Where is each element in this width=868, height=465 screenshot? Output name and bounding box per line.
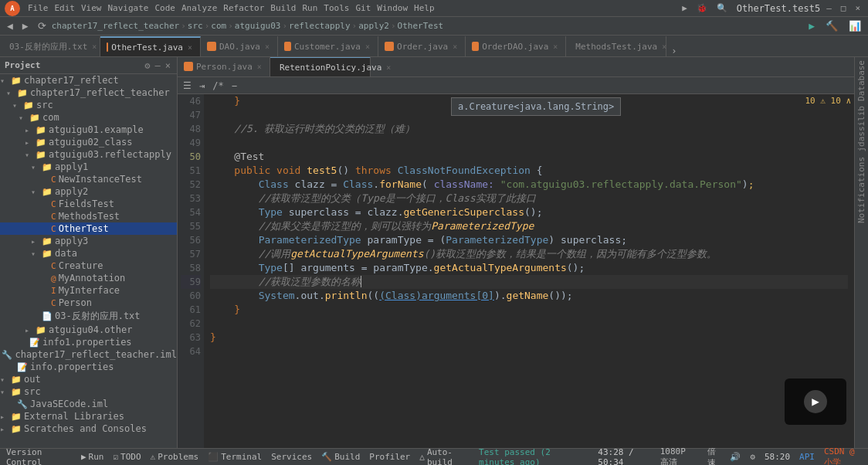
menu-edit[interactable]: Edit (52, 3, 79, 13)
tab-orderdao-close[interactable]: × (551, 42, 559, 51)
tab-othertest-close[interactable]: × (186, 43, 194, 52)
breadcrumb-othertest[interactable]: OtherTest (398, 21, 444, 31)
tab-customer[interactable]: Customer.java × (278, 36, 378, 56)
folder-toggle[interactable]: ▾ (0, 76, 11, 85)
build-button[interactable]: 🔨 (822, 19, 842, 33)
tab-dao-close[interactable]: × (263, 42, 271, 51)
menu-window[interactable]: Window (374, 3, 411, 13)
sidebar-item-chapter17-teacher[interactable]: ▾ 📁 chapter17_reflect_teacher (0, 87, 177, 99)
debug-button[interactable]: 🐞 (693, 3, 710, 13)
code-line-59[interactable]: //获取泛型参数的名称 (210, 275, 848, 289)
folder-toggle[interactable]: ▸ (25, 126, 36, 134)
todo-button[interactable]: ☑ TODO (113, 452, 141, 462)
version-control-button[interactable]: Version Control (6, 447, 72, 466)
tab-order-close[interactable]: × (451, 42, 459, 51)
sidebar-item-atguigu04[interactable]: ▸ 📁 atguigu04.other (0, 324, 177, 336)
folder-toggle[interactable]: ▸ (25, 138, 36, 147)
sidebar-item-apply1[interactable]: ▾ 📁 apply1 (0, 161, 177, 173)
tab-person-close[interactable]: × (256, 63, 263, 71)
folder-toggle[interactable]: ▾ (0, 388, 11, 396)
code-line-61[interactable]: } (210, 303, 848, 317)
run-tool-button[interactable]: ▶ Run (81, 452, 104, 462)
menu-build[interactable]: Build (267, 3, 299, 13)
tab-methodstest[interactable]: MethodsTest.java × (566, 36, 666, 56)
breadcrumb-project[interactable]: chapter17_reflect_teacher (52, 21, 180, 31)
sidebar-item-myinterface[interactable]: I MyInterface (0, 284, 177, 297)
sidebar-item-iml[interactable]: 🔧 chapter17_reflect_teacher.iml (0, 348, 177, 361)
breadcrumb-src[interactable]: src (188, 21, 203, 31)
code-line-53[interactable]: //获取带泛型的父类（Type是一个接口，Class实现了此接口 (210, 192, 848, 205)
code-line-49[interactable] (210, 136, 848, 150)
csdn-label[interactable]: CSDN @小学 (824, 446, 862, 466)
breadcrumb-apply2[interactable]: apply2 (358, 21, 389, 31)
build-button-sw[interactable]: 🔨 Build (321, 452, 360, 462)
tab-retentionpolicy-close[interactable]: × (385, 63, 392, 72)
sidebar-item-info1[interactable]: 📝 info1.properties (0, 336, 177, 348)
settings-icon[interactable]: ⚙ (750, 452, 755, 462)
sidebar-item-reflect-txt[interactable]: 📄 03-反射的应用.txt (0, 309, 177, 324)
tab-retentionpolicy[interactable]: RetentionPolicy.java × (270, 57, 371, 76)
menu-help[interactable]: Help (411, 3, 438, 13)
nav-forward-button[interactable]: ▶ (19, 19, 32, 33)
run-button[interactable]: ▶ (679, 3, 690, 13)
terminal-button[interactable]: ⬛ Terminal (208, 452, 262, 462)
menu-refactor[interactable]: Refactor (220, 3, 267, 13)
folder-toggle[interactable]: ▸ (0, 425, 11, 433)
folder-toggle[interactable]: ▸ (25, 326, 36, 334)
sidebar-item-atguigu02[interactable]: ▸ 📁 atguigu02_class (0, 136, 177, 148)
sidebar-item-othertest[interactable]: C OtherTest (0, 222, 177, 235)
nav-back-button[interactable]: ◀ (3, 19, 17, 33)
tab-txt[interactable]: 03-反射的应用.txt × (0, 36, 100, 56)
sidebar-settings-button[interactable]: ⚙ (143, 60, 151, 71)
sidebar-notifications-btn[interactable]: Notifications (856, 157, 866, 223)
sidebar-item-creature[interactable]: C Creature (0, 260, 177, 272)
tab-person[interactable]: Person.java × (178, 57, 270, 76)
sidebar-item-scratches[interactable]: ▸ 📁 Scratches and Consoles (0, 423, 177, 435)
code-line-52[interactable]: Class clazz = Class.forName( className: … (210, 178, 848, 192)
problems-button[interactable]: ⚠ Problems (151, 452, 199, 462)
code-line-63[interactable]: } (210, 331, 848, 345)
sidebar-jdassilib-btn[interactable]: jdassilib (856, 106, 866, 152)
sidebar-item-atguigu03[interactable]: ▾ 📁 atguigu03.reflectapply (0, 148, 177, 161)
menu-file[interactable]: File (25, 3, 52, 13)
folder-toggle[interactable]: ▾ (31, 188, 42, 196)
folder-toggle[interactable]: ▾ (25, 151, 36, 159)
sidebar-item-src2[interactable]: ▾ 📁 src (0, 385, 177, 398)
sidebar-item-com[interactable]: ▾ 📁 com (0, 111, 177, 124)
code-line-55[interactable]: //如果父类是带泛型的，则可以强转为ParameterizedType (210, 219, 848, 233)
folder-toggle[interactable]: ▾ (0, 375, 11, 384)
toolbar-minus-btn[interactable]: − (229, 80, 239, 91)
code-content[interactable]: a.Creature<java.lang.String> 10 ⚠ 10 ∧ }… (204, 94, 854, 448)
breadcrumb-atguigu03[interactable]: atguigu03 (235, 21, 281, 31)
breadcrumb-com[interactable]: com (211, 21, 226, 31)
sidebar-item-newinstancetest[interactable]: C NewInstanceTest (0, 173, 177, 185)
menu-navigate[interactable]: Navigate (105, 3, 152, 13)
tab-txt-close[interactable]: × (90, 42, 98, 51)
sidebar-item-fieldstest[interactable]: C FieldsTest (0, 198, 177, 210)
folder-toggle[interactable]: ▾ (31, 163, 42, 171)
code-line-60[interactable]: System.out.println(((Class)arguments[0])… (210, 289, 848, 303)
toolbar-indent-btn[interactable]: ⇥ (197, 80, 207, 91)
menu-git[interactable]: Git (352, 3, 374, 13)
folder-toggle[interactable]: ▸ (31, 237, 42, 246)
breadcrumb-reflectapply[interactable]: reflectapply (289, 21, 350, 31)
folder-toggle[interactable]: ▾ (31, 249, 42, 258)
code-line-62[interactable] (210, 317, 848, 331)
folder-toggle[interactable]: ▾ (12, 101, 23, 110)
play-button[interactable]: ▶ (804, 390, 827, 413)
sidebar-item-info[interactable]: 📝 info.properties (0, 361, 177, 373)
sidebar-item-apply2[interactable]: ▾ 📁 apply2 (0, 185, 177, 198)
folder-toggle[interactable]: ▸ (0, 412, 11, 421)
video-overlay[interactable]: ▶ (785, 378, 846, 425)
code-line-57[interactable]: //调用getActualTypeArguments()获取泛型的参数，结果是一… (210, 247, 848, 261)
sidebar-item-out[interactable]: ▾ 📁 out (0, 373, 177, 385)
folder-toggle[interactable]: ▾ (19, 114, 29, 122)
sidebar-item-data[interactable]: ▾ 📁 data (0, 247, 177, 260)
volume-icon[interactable]: 🔊 (730, 452, 741, 462)
tab-othertest[interactable]: OtherTest.java × (100, 36, 201, 56)
maximize-button[interactable]: □ (838, 3, 849, 13)
menu-code[interactable]: Code (151, 3, 178, 13)
code-line-58[interactable]: Type[] arguments = paramType.getActualTy… (210, 261, 848, 275)
api-label[interactable]: API (799, 452, 815, 462)
toolbar-structure-btn[interactable]: ☰ (181, 80, 194, 91)
